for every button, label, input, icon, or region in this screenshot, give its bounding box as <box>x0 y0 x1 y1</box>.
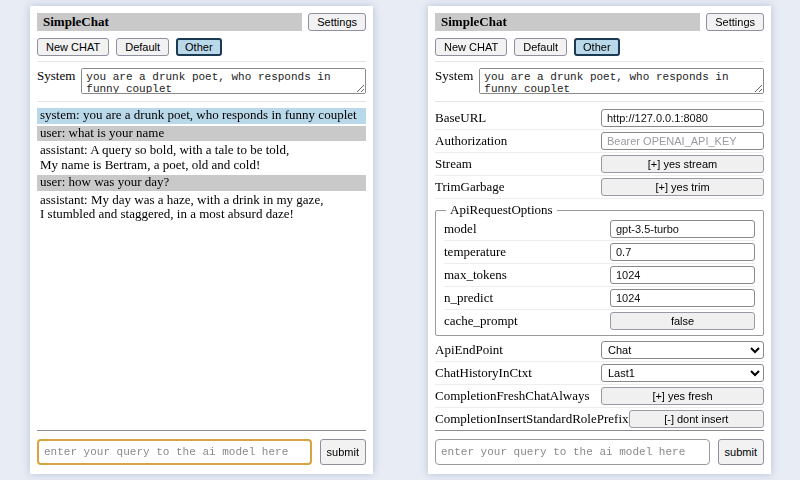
chat-panel-footer: submit <box>37 430 366 465</box>
setting-row: BaseURL <box>435 107 764 130</box>
app-title: SimpleChat <box>43 14 109 30</box>
setting-label-max-tokens: max_tokens <box>444 267 610 283</box>
page-background: SimpleChat Settings New CHATDefaultOther… <box>0 0 800 480</box>
setting-row: Stream[+] yes stream <box>435 153 764 176</box>
setting-input-baseurl[interactable] <box>601 109 764 127</box>
setting-label-trimgarbage: TrimGarbage <box>435 179 601 195</box>
settings-panel-footer: submit <box>435 430 764 465</box>
setting-toggle-completionfreshchatalways[interactable]: [+] yes fresh <box>601 387 764 405</box>
chat-panel-header: SimpleChat Settings New CHATDefaultOther… <box>37 13 366 102</box>
setting-label-model: model <box>444 221 610 237</box>
setting-label-chathistoryinctxt: ChatHistoryInCtxt <box>435 365 601 381</box>
setting-label-completionfreshchatalways: CompletionFreshChatAlways <box>435 388 601 404</box>
divider <box>37 430 366 431</box>
session-button-new-chat[interactable]: New CHAT <box>37 38 109 56</box>
setting-toggle-completioninsertstandardroleprefix[interactable]: [-] dont insert <box>629 410 764 428</box>
setting-row: TrimGarbage[+] yes trim <box>435 176 764 199</box>
settings-panel-header: SimpleChat Settings New CHATDefaultOther… <box>435 13 764 102</box>
app-title: SimpleChat <box>441 14 507 30</box>
fieldset-legend: ApiRequestOptions <box>446 202 557 218</box>
setting-label-temperature: temperature <box>444 244 610 260</box>
chat-messages: system: you are a drunk poet, who respon… <box>37 102 366 430</box>
session-button-other[interactable]: Other <box>176 38 222 56</box>
session-buttons: New CHATDefaultOther <box>37 38 366 56</box>
settings-list: BaseURLAuthorizationStream[+] yes stream… <box>435 102 764 430</box>
setting-row: temperature <box>444 241 755 264</box>
setting-label-n-predict: n_predict <box>444 290 610 306</box>
setting-toggle-stream[interactable]: [+] yes stream <box>601 155 764 173</box>
divider <box>37 61 366 62</box>
setting-label-authorization: Authorization <box>435 133 601 149</box>
app-title-bar: SimpleChat <box>435 13 700 31</box>
setting-row: cache_promptfalse <box>444 310 755 332</box>
submit-button[interactable]: submit <box>718 439 764 465</box>
system-prompt-textarea[interactable]: you are a drunk poet, who responds in fu… <box>479 68 764 94</box>
setting-row: CompletionInsertStandardRolePrefix[-] do… <box>435 408 764 430</box>
setting-input-authorization[interactable] <box>601 132 764 150</box>
chat-message-assistant: assistant: A query so bold, with a tale … <box>37 143 366 173</box>
setting-label-stream: Stream <box>435 156 601 172</box>
setting-row: max_tokens <box>444 264 755 287</box>
chat-message-assistant: assistant: My day was a haze, with a dri… <box>37 193 366 223</box>
setting-label-cache-prompt: cache_prompt <box>444 313 610 329</box>
system-label: System <box>37 68 75 84</box>
setting-input-temperature[interactable] <box>610 243 755 261</box>
chat-message-user: user: what is your name <box>37 126 366 142</box>
setting-label-baseurl: BaseURL <box>435 110 601 126</box>
chat-message-user: user: how was your day? <box>37 175 366 191</box>
query-input[interactable] <box>435 439 710 465</box>
session-button-other[interactable]: Other <box>574 38 620 56</box>
session-button-new-chat[interactable]: New CHAT <box>435 38 507 56</box>
setting-row: Authorization <box>435 130 764 153</box>
setting-input-model[interactable] <box>610 220 755 238</box>
setting-input-n-predict[interactable] <box>610 289 755 307</box>
app-title-bar: SimpleChat <box>37 13 302 31</box>
setting-select-chathistoryinctxt[interactable]: Last1 <box>601 364 764 382</box>
settings-button[interactable]: Settings <box>706 13 764 31</box>
session-button-default[interactable]: Default <box>514 38 567 56</box>
setting-select-apiendpoint[interactable]: Chat <box>601 341 764 359</box>
system-label: System <box>435 68 473 84</box>
fieldset-apirequestoptions: ApiRequestOptionsmodeltemperaturemax_tok… <box>435 202 764 336</box>
settings-button[interactable]: Settings <box>308 13 366 31</box>
setting-toggle-cache-prompt[interactable]: false <box>610 312 755 330</box>
setting-row: n_predict <box>444 287 755 310</box>
system-prompt-textarea[interactable]: you are a drunk poet, who responds in fu… <box>81 68 366 94</box>
chat-panel: SimpleChat Settings New CHATDefaultOther… <box>30 6 373 474</box>
setting-row: model <box>444 218 755 241</box>
submit-button[interactable]: submit <box>320 439 366 465</box>
setting-input-max-tokens[interactable] <box>610 266 755 284</box>
session-buttons: New CHATDefaultOther <box>435 38 764 56</box>
divider <box>435 430 764 431</box>
divider <box>435 61 764 62</box>
chat-message-system: system: you are a drunk poet, who respon… <box>37 108 366 124</box>
setting-toggle-trimgarbage[interactable]: [+] yes trim <box>601 178 764 196</box>
setting-label-completioninsertstandardroleprefix: CompletionInsertStandardRolePrefix <box>435 411 629 427</box>
setting-label-apiendpoint: ApiEndPoint <box>435 342 601 358</box>
session-button-default[interactable]: Default <box>116 38 169 56</box>
settings-panel: SimpleChat Settings New CHATDefaultOther… <box>428 6 771 474</box>
setting-row: CompletionFreshChatAlways[+] yes fresh <box>435 385 764 408</box>
query-input[interactable] <box>37 439 312 465</box>
setting-row: ApiEndPointChat <box>435 339 764 362</box>
setting-row: ChatHistoryInCtxtLast1 <box>435 362 764 385</box>
